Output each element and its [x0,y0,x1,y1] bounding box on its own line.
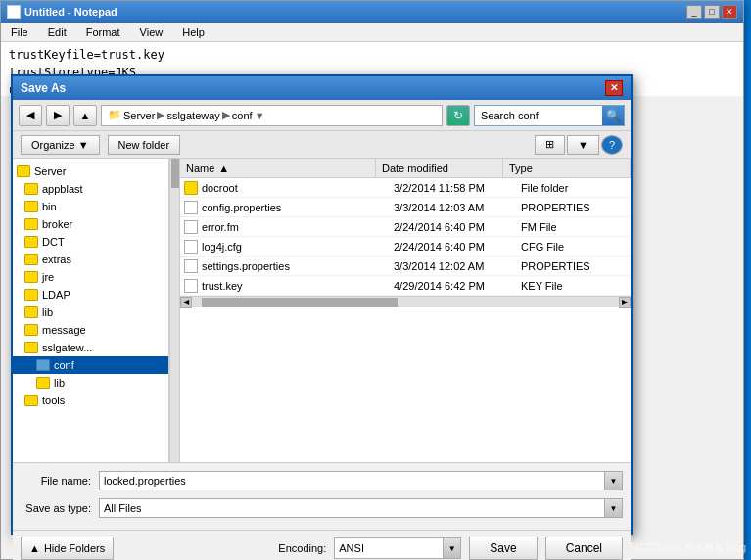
breadcrumb-folder-icon: 📁 [108,109,121,121]
folder-icon [24,254,38,265]
breadcrumb-server: Server [123,110,155,121]
refresh-button[interactable]: ↻ [446,105,470,126]
file-list-header: Name ▲ Date modified Type [180,159,631,178]
tree-tools[interactable]: tools [13,392,168,409]
back-button[interactable]: ◀ [19,105,42,126]
menu-edit[interactable]: Edit [42,25,72,39]
up-button[interactable]: ▲ [73,105,97,126]
table-row[interactable]: docroot3/2/2014 11:58 PMFile folder [180,178,631,198]
file-name: trust.key [202,280,394,292]
search-input[interactable] [475,106,602,125]
hscrollbar[interactable]: ◀ ▶ [180,296,631,307]
col-name-header[interactable]: Name ▲ [180,159,376,177]
help-button[interactable]: ? [601,135,623,155]
tree-dct[interactable]: DCT [13,233,168,251]
encoding-label: Encoding: [278,542,326,554]
breadcrumb-conf: conf [232,110,253,121]
table-row[interactable]: trust.key4/29/2014 6:42 PMKEY File [180,276,631,296]
savetype-row: Save as type: All Files ▼ [21,496,623,520]
menu-file[interactable]: File [5,25,34,39]
filename-label: File name: [21,475,99,487]
tree-extras[interactable]: extras [13,251,168,268]
view-arrow-button[interactable]: ▼ [567,135,599,155]
file-list: Name ▲ Date modified Type docroot3/2/201… [180,159,631,462]
organize-arrow: ▼ [78,139,89,151]
savetype-label: Save as type: [21,502,99,514]
tree-conf[interactable]: conf [13,356,168,374]
new-folder-button[interactable]: New folder [108,135,181,155]
filename-dropdown[interactable]: locked.properties ▼ [99,471,623,490]
dialog-bottom: File name: locked.properties ▼ Save as t… [13,462,631,530]
folder-icon [36,377,50,389]
encoding-arrow[interactable]: ▼ [443,538,460,558]
folder-icon [24,342,38,353]
tree-jre[interactable]: jre [13,268,168,286]
minimize-button[interactable]: _ [686,5,702,19]
menu-help[interactable]: Help [176,25,211,39]
search-button[interactable]: 🔍 [602,106,624,125]
folder-icon [24,218,38,230]
scroll-right-arrow[interactable]: ▶ [619,297,631,308]
notepad-titlebar: Untitled - Notepad _ □ ✕ [1,1,743,23]
dialog-close-button[interactable]: ✕ [605,80,623,96]
dialog-titlebar: Save As ✕ [13,76,631,100]
table-row[interactable]: log4j.cfg2/24/2014 6:40 PMCFG File [180,237,631,257]
file-date: 4/29/2014 6:42 PM [394,280,521,292]
maximize-button[interactable]: □ [704,5,720,19]
close-button[interactable]: ✕ [722,5,737,19]
file-icon [184,220,198,234]
menu-view[interactable]: View [134,25,169,39]
savetype-arrow[interactable]: ▼ [604,499,622,517]
folder-icon [17,165,30,177]
hide-folders-arrow: ▲ [29,542,40,554]
organize-label: Organize [31,139,75,151]
file-icon [184,201,198,214]
scroll-left-arrow[interactable]: ◀ [180,297,192,308]
file-icon [184,259,198,273]
tree-scrollbar[interactable] [169,159,179,462]
hide-folders-button[interactable]: ▲ Hide Folders [21,537,114,560]
watermark: 51CTO.com 技术博客 Blog [630,541,746,555]
notepad-title: Untitled - Notepad [24,6,117,18]
notepad-window: Untitled - Notepad _ □ ✕ File Edit Forma… [0,0,744,560]
save-button[interactable]: Save [469,537,537,560]
encoding-dropdown[interactable]: ANSI ▼ [334,537,461,559]
saveas-dialog: Save As ✕ ◀ ▶ ▲ 📁 Server ▶ sslgateway ▶ … [11,74,633,535]
file-name: settings.properties [202,260,394,272]
filename-row: File name: locked.properties ▼ [21,469,623,492]
tree-broker[interactable]: broker [13,215,168,233]
menu-format[interactable]: Format [80,25,126,39]
tree-appblast[interactable]: appblast [13,180,168,198]
view-toggle-button[interactable]: ⊞ [535,135,565,155]
table-row[interactable]: config.properties3/3/2014 12:03 AMPROPER… [180,198,631,217]
file-date: 2/24/2014 6:40 PM [394,221,521,233]
folder-icon [24,201,38,212]
col-type-header[interactable]: Type [503,159,631,177]
notepad-menubar: File Edit Format View Help [1,23,743,42]
forward-button[interactable]: ▶ [46,105,70,126]
file-type: PROPERTIES [521,202,631,213]
col-date-header[interactable]: Date modified [376,159,503,177]
tree-ldap[interactable]: LDAP [13,286,168,303]
hide-folders-label: Hide Folders [44,542,105,554]
folder-icon [24,271,38,283]
filename-arrow[interactable]: ▼ [604,472,622,490]
breadcrumb[interactable]: 📁 Server ▶ sslgateway ▶ conf ▼ [101,105,443,126]
tree-bin[interactable]: bin [13,198,168,215]
table-row[interactable]: settings.properties3/3/2014 12:02 AMPROP… [180,257,631,276]
file-type: PROPERTIES [521,260,631,272]
cancel-button[interactable]: Cancel [545,537,623,560]
hscrollbar-thumb [202,298,398,307]
tree-server[interactable]: Server [13,163,168,180]
tree-lib[interactable]: lib [13,303,168,321]
file-date: 3/2/2014 11:58 PM [394,182,521,194]
tree-sslgateway[interactable]: sslgatew... [13,339,168,356]
organize-button[interactable]: Organize ▼ [21,135,100,155]
folder-icon [24,236,38,248]
notepad-app-icon [7,5,21,19]
tree-lib2[interactable]: lib [13,374,168,392]
table-row[interactable]: error.fm2/24/2014 6:40 PMFM File [180,217,631,237]
savetype-dropdown[interactable]: All Files ▼ [99,498,623,518]
tree-message[interactable]: message [13,321,168,339]
file-date: 3/3/2014 12:02 AM [394,260,521,272]
